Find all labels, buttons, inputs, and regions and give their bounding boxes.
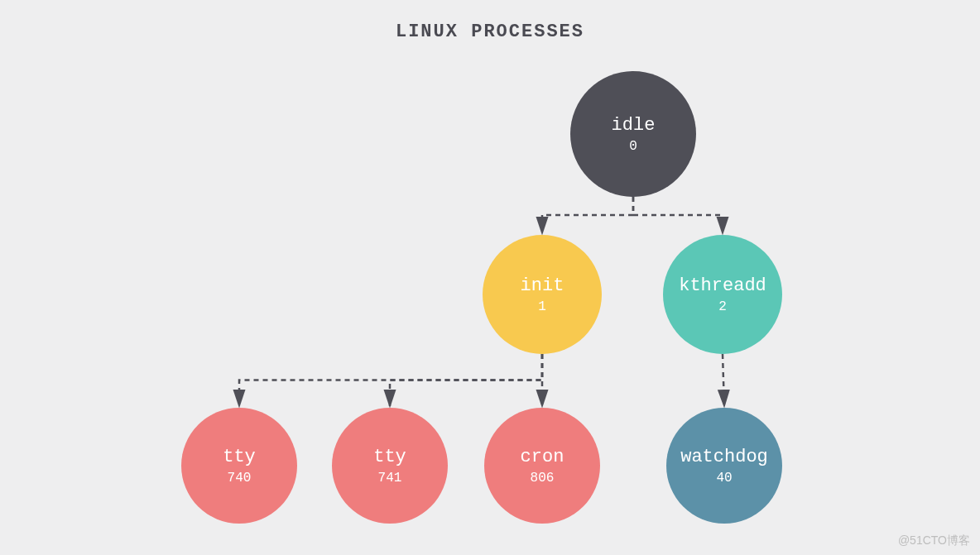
process-name: init	[521, 275, 564, 296]
process-name: idle	[612, 115, 656, 136]
process-node-init: init1	[483, 235, 602, 354]
process-pid: 740	[228, 471, 252, 486]
edge-idle-to-kthreadd	[633, 197, 723, 233]
process-pid: 741	[378, 471, 402, 486]
process-node-tty2: tty741	[332, 408, 448, 524]
process-node-cron: cron806	[484, 408, 600, 524]
edge-kthreadd-to-watchdog	[723, 354, 724, 406]
process-pid: 40	[716, 471, 732, 486]
edge-init-to-tty2	[390, 354, 542, 406]
process-pid: 806	[531, 471, 555, 486]
process-name: watchdog	[680, 447, 768, 467]
process-node-tty1: tty740	[181, 408, 297, 524]
watermark: @51CTO博客	[898, 533, 970, 548]
process-node-kthreadd: kthreadd2	[663, 235, 782, 354]
process-name: tty	[373, 447, 406, 467]
process-node-watchdog: watchdog40	[666, 408, 782, 524]
process-pid: 2	[718, 299, 727, 314]
process-name: kthreadd	[679, 275, 766, 296]
process-pid: 0	[629, 139, 637, 154]
process-node-idle: idle0	[570, 71, 696, 197]
process-pid: 1	[538, 299, 546, 314]
process-name: tty	[223, 447, 256, 467]
edge-idle-to-init	[542, 197, 633, 233]
process-name: cron	[521, 447, 564, 467]
